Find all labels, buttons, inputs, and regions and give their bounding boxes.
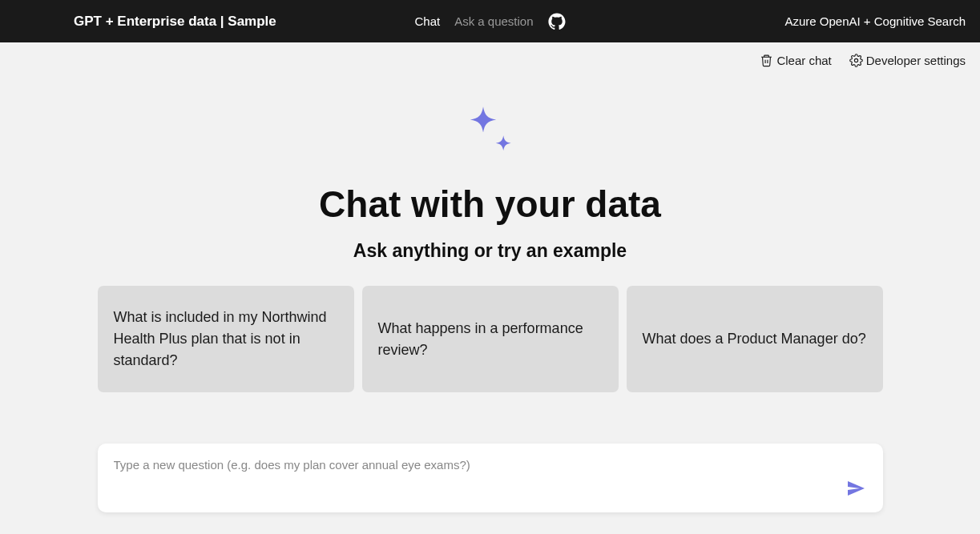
example-card-2[interactable]: What happens in a performance review? bbox=[362, 286, 619, 392]
trash-icon bbox=[760, 54, 773, 67]
chat-input-container bbox=[98, 444, 883, 512]
app-title: GPT + Enterprise data | Sample bbox=[74, 14, 276, 30]
page-subtitle: Ask anything or try an example bbox=[353, 240, 627, 262]
gear-icon bbox=[849, 54, 863, 67]
clear-chat-label: Clear chat bbox=[776, 54, 831, 67]
clear-chat-button[interactable]: Clear chat bbox=[760, 54, 831, 67]
example-card-3[interactable]: What does a Product Manager do? bbox=[627, 286, 883, 392]
main-content: Chat with your data Ask anything or try … bbox=[0, 78, 980, 512]
send-button[interactable] bbox=[843, 476, 869, 501]
github-icon[interactable] bbox=[548, 13, 566, 30]
nav-chat-link[interactable]: Chat bbox=[414, 14, 440, 28]
developer-settings-label: Developer settings bbox=[866, 54, 966, 67]
svg-point-0 bbox=[854, 58, 857, 62]
sparkle-icon bbox=[454, 101, 526, 173]
nav-ask-link[interactable]: Ask a question bbox=[454, 14, 533, 28]
header-right-label: Azure OpenAI + Cognitive Search bbox=[784, 14, 966, 28]
toolbar: Clear chat Developer settings bbox=[0, 42, 980, 78]
send-icon bbox=[846, 479, 865, 498]
page-title: Chat with your data bbox=[319, 183, 661, 226]
developer-settings-button[interactable]: Developer settings bbox=[849, 54, 966, 67]
app-header: GPT + Enterprise data | Sample Chat Ask … bbox=[0, 0, 980, 42]
chat-input[interactable] bbox=[114, 458, 867, 472]
header-nav: Chat Ask a question bbox=[414, 13, 565, 30]
example-cards: What is included in my Northwind Health … bbox=[98, 286, 883, 392]
example-card-1[interactable]: What is included in my Northwind Health … bbox=[98, 286, 354, 392]
